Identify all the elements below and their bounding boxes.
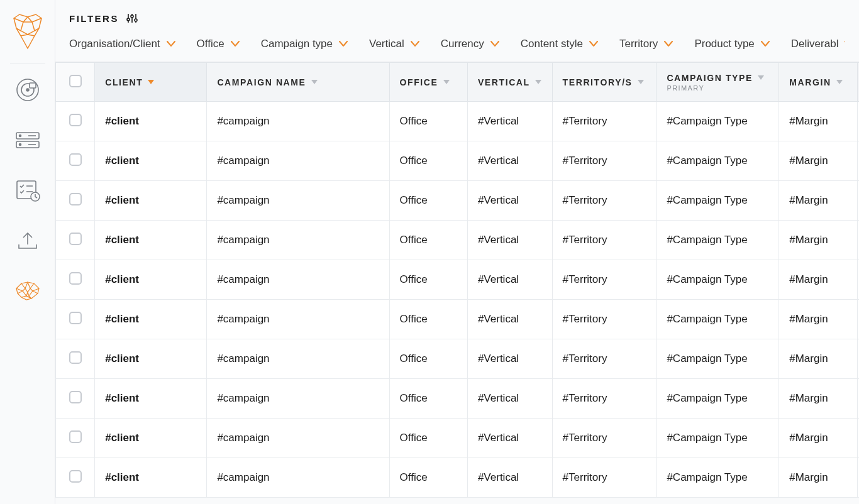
cell-territory: #Territory <box>552 260 657 300</box>
cell-office: Office <box>389 419 467 458</box>
row-select-cell[interactable] <box>56 339 95 379</box>
cell-territory: #Territory <box>552 181 657 221</box>
nav-brain[interactable] <box>13 276 43 306</box>
cell-office: Office <box>389 458 467 498</box>
chevron-down-icon <box>231 41 240 47</box>
row-checkbox[interactable] <box>69 272 82 285</box>
nav-tasks[interactable] <box>13 175 43 205</box>
row-checkbox[interactable] <box>69 114 82 126</box>
cell-client: #client <box>95 458 207 498</box>
svg-point-6 <box>19 135 21 137</box>
svg-point-19 <box>135 19 137 21</box>
chevron-down-icon <box>761 41 770 47</box>
filter-chip[interactable]: Currency <box>441 38 499 50</box>
filter-chip[interactable]: Territory <box>619 38 673 50</box>
cell-client: #client <box>95 181 207 221</box>
row-checkbox[interactable] <box>69 312 82 324</box>
col-header-vertical[interactable]: VERTICAL <box>467 63 552 102</box>
row-select-cell[interactable] <box>56 379 95 419</box>
svg-point-7 <box>19 144 21 146</box>
col-header-territory[interactable]: TERRITORY/S <box>552 63 657 102</box>
row-select-cell[interactable] <box>56 300 95 339</box>
col-header-ctype-label: CAMPAIGN TYPE <box>667 73 752 83</box>
table-row[interactable]: #client#campaignOffice#Vertical#Territor… <box>56 221 860 260</box>
cell-ctype: #Campaign Type <box>657 260 779 300</box>
row-select-cell[interactable] <box>56 221 95 260</box>
svg-rect-2 <box>30 83 36 88</box>
row-select-cell[interactable] <box>56 458 95 498</box>
cell-margin: #Margin <box>779 102 857 141</box>
chevron-down-icon <box>490 41 499 47</box>
cell-vertical: #Vertical <box>467 339 552 379</box>
row-checkbox[interactable] <box>69 351 82 364</box>
row-select-cell[interactable] <box>56 102 95 141</box>
cell-ctype: #Campaign Type <box>657 221 779 260</box>
table-row[interactable]: #client#campaignOffice#Vertical#Territor… <box>56 102 860 141</box>
filter-chip[interactable]: Content style <box>521 38 598 50</box>
row-checkbox[interactable] <box>69 233 82 245</box>
cell-office: Office <box>389 221 467 260</box>
filter-chip[interactable]: Product type <box>694 38 769 50</box>
row-select-cell[interactable] <box>56 260 95 300</box>
table-row[interactable]: #client#campaignOffice#Vertical#Territor… <box>56 458 860 498</box>
table-row[interactable]: #client#campaignOffice#Vertical#Territor… <box>56 300 860 339</box>
cell-office: Office <box>389 300 467 339</box>
col-header-client[interactable]: CLIENT <box>95 63 207 102</box>
cell-margin: #Margin <box>779 181 857 221</box>
table-row[interactable]: #client#campaignOffice#Vertical#Territor… <box>56 141 860 181</box>
col-header-campaign[interactable]: CAMPAIGN NAME <box>207 63 389 102</box>
svg-point-18 <box>131 15 133 18</box>
table-row[interactable]: #client#campaignOffice#Vertical#Territor… <box>56 260 860 300</box>
table-row[interactable]: #client#campaignOffice#Vertical#Territor… <box>56 419 860 458</box>
select-all-checkbox[interactable] <box>69 75 82 87</box>
filter-chip[interactable]: Vertical <box>369 38 419 50</box>
table-body: #client#campaignOffice#Vertical#Territor… <box>56 102 860 498</box>
cell-ctype: #Campaign Type <box>657 141 779 181</box>
row-checkbox[interactable] <box>69 470 82 483</box>
table-row[interactable]: #client#campaignOffice#Vertical#Territor… <box>56 181 860 221</box>
filter-chip[interactable]: Deliverabl <box>791 38 845 50</box>
row-select-cell[interactable] <box>56 419 95 458</box>
table-row[interactable]: #client#campaignOffice#Vertical#Territor… <box>56 339 860 379</box>
cell-ctype: #Campaign Type <box>657 102 779 141</box>
cell-margin: #Margin <box>779 260 857 300</box>
chevron-down-icon <box>664 41 673 47</box>
brain-icon <box>13 280 43 302</box>
col-header-office[interactable]: OFFICE <box>389 63 467 102</box>
filters-header[interactable]: FILTERS <box>69 13 845 24</box>
cell-territory: #Territory <box>552 221 657 260</box>
col-header-campaign-label: CAMPAIGN NAME <box>217 77 306 87</box>
col-header-margin[interactable]: MARGIN <box>779 63 857 102</box>
col-header-campaign-type[interactable]: CAMPAIGN TYPE PRIMARY <box>657 63 779 102</box>
filter-chip[interactable]: Office <box>197 38 240 50</box>
row-checkbox[interactable] <box>69 153 82 166</box>
cell-vertical: #Vertical <box>467 141 552 181</box>
filter-chip-label: Territory <box>619 38 658 50</box>
nav-dashboard[interactable] <box>13 75 43 105</box>
cell-office: Office <box>389 379 467 419</box>
row-select-cell[interactable] <box>56 181 95 221</box>
filters-label: FILTERS <box>69 13 119 24</box>
cell-territory: #Territory <box>552 141 657 181</box>
table-row[interactable]: #client#campaignOffice#Vertical#Territor… <box>56 379 860 419</box>
filter-chip[interactable]: Organisation/Client <box>69 38 175 50</box>
row-checkbox[interactable] <box>69 430 82 443</box>
row-checkbox[interactable] <box>69 193 82 205</box>
svg-point-17 <box>127 18 130 21</box>
row-select-cell[interactable] <box>56 141 95 181</box>
col-header-select-all[interactable] <box>56 63 95 102</box>
cell-territory: #Territory <box>552 102 657 141</box>
cell-campaign: #campaign <box>207 181 389 221</box>
row-checkbox[interactable] <box>69 391 82 403</box>
cell-territory: #Territory <box>552 458 657 498</box>
cell-campaign: #campaign <box>207 102 389 141</box>
filter-chip[interactable]: Campaign type <box>261 38 348 50</box>
cell-campaign: #campaign <box>207 300 389 339</box>
nav-data[interactable] <box>13 125 43 155</box>
chevron-down-icon <box>411 41 419 47</box>
chevron-down-icon <box>845 41 845 47</box>
col-header-client-label: CLIENT <box>105 77 143 87</box>
nav-upload[interactable] <box>13 226 43 256</box>
col-header-territory-label: TERRITORY/S <box>563 77 633 87</box>
cell-campaign: #campaign <box>207 379 389 419</box>
